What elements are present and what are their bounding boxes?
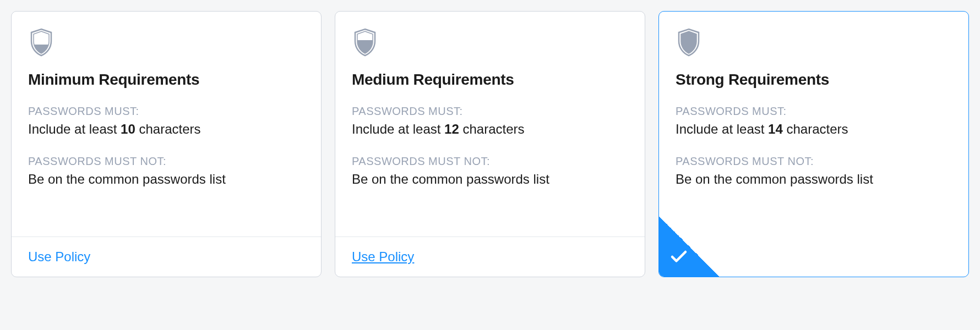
selected-indicator <box>659 216 720 277</box>
include-prefix: Include at least <box>352 122 444 136</box>
include-suffix: characters <box>459 122 525 136</box>
min-chars-value: 12 <box>444 122 459 136</box>
policy-card-strong[interactable]: Strong Requirements PASSWORDS MUST: Incl… <box>658 11 969 277</box>
card-title: Medium Requirements <box>352 71 628 89</box>
card-body: Minimum Requirements PASSWORDS MUST: Inc… <box>12 12 321 237</box>
must-not-requirement: Be on the common passwords list <box>28 170 304 189</box>
shield-icon <box>676 28 702 57</box>
include-prefix: Include at least <box>28 122 121 136</box>
must-not-subheader: PASSWORDS MUST NOT: <box>28 155 304 168</box>
shield-icon <box>352 28 378 57</box>
must-not-requirement: Be on the common passwords list <box>676 170 952 189</box>
check-icon <box>669 247 689 267</box>
must-subheader: PASSWORDS MUST: <box>676 105 952 118</box>
must-not-subheader: PASSWORDS MUST NOT: <box>676 155 952 168</box>
card-title: Minimum Requirements <box>28 71 304 89</box>
include-suffix: characters <box>783 122 848 136</box>
policy-card-minimum[interactable]: Minimum Requirements PASSWORDS MUST: Inc… <box>11 11 322 277</box>
shield-icon <box>28 28 55 57</box>
include-prefix: Include at least <box>676 122 768 136</box>
use-policy-link[interactable]: Use Policy <box>28 249 90 264</box>
must-not-requirement: Be on the common passwords list <box>352 170 628 189</box>
policy-cards-container: Minimum Requirements PASSWORDS MUST: Inc… <box>11 11 969 277</box>
card-body: Medium Requirements PASSWORDS MUST: Incl… <box>335 12 645 237</box>
must-requirement: Include at least 14 characters <box>676 120 952 139</box>
policy-card-medium[interactable]: Medium Requirements PASSWORDS MUST: Incl… <box>335 11 645 277</box>
must-not-subheader: PASSWORDS MUST NOT: <box>352 155 628 168</box>
card-title: Strong Requirements <box>676 71 952 89</box>
must-subheader: PASSWORDS MUST: <box>28 105 304 118</box>
must-requirement: Include at least 12 characters <box>352 120 628 139</box>
min-chars-value: 14 <box>768 122 783 136</box>
include-suffix: characters <box>135 122 201 136</box>
min-chars-value: 10 <box>121 122 135 136</box>
must-subheader: PASSWORDS MUST: <box>352 105 628 118</box>
must-requirement: Include at least 10 characters <box>28 120 304 139</box>
card-footer: Use Policy <box>12 237 321 277</box>
card-footer: Use Policy <box>335 237 645 277</box>
use-policy-link[interactable]: Use Policy <box>352 249 414 264</box>
